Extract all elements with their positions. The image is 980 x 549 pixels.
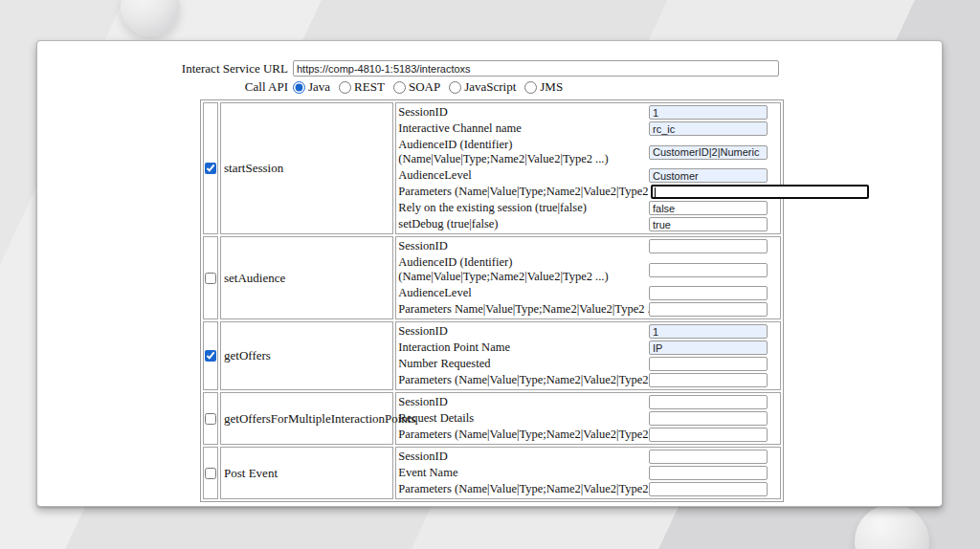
method-params-cell: SessionIDRequest DetailsParameters (Name… xyxy=(395,392,781,445)
call-api-radio-label: REST xyxy=(354,79,385,95)
param-row: Parameters Name|Value|Type;Name2|Value2|… xyxy=(398,301,780,318)
param-label: Parameters Name|Value|Type;Name2|Value2|… xyxy=(398,302,649,317)
call-api-option-rest[interactable]: REST xyxy=(339,79,385,95)
method-checkbox[interactable] xyxy=(205,273,216,284)
call-api-radio-java[interactable] xyxy=(293,81,305,94)
call-api-radio-label: JavaScript xyxy=(464,79,516,95)
call-api-option-javascript[interactable]: JavaScript xyxy=(449,79,516,95)
param-label: Event Name xyxy=(398,466,649,480)
param-input[interactable] xyxy=(649,324,768,339)
param-label: Rely on the existing session (true|false… xyxy=(398,201,649,215)
param-label: setDebug (true|false) xyxy=(398,217,649,231)
method-params-cell: SessionIDInteraction Point NameNumber Re… xyxy=(395,321,781,390)
param-row: Parameters (Name|Value|Type;Name2|Value2… xyxy=(398,184,780,200)
param-input[interactable] xyxy=(649,145,768,160)
method-name: getOffers xyxy=(220,321,393,390)
param-label: SessionID xyxy=(398,395,649,409)
param-input[interactable] xyxy=(649,450,768,464)
methods-table: startSessionSessionIDInteractive Channel… xyxy=(200,99,784,502)
param-label: Request Details xyxy=(398,411,649,426)
method-checkbox[interactable] xyxy=(205,350,216,362)
param-label: AudienceID (Identifier) (Name|Value|Type… xyxy=(398,255,649,284)
param-input[interactable] xyxy=(649,239,768,253)
param-row: AudienceLevel xyxy=(398,167,780,184)
param-input[interactable] xyxy=(649,302,768,317)
param-input[interactable] xyxy=(649,286,768,300)
param-input[interactable] xyxy=(649,482,768,496)
param-label: Interactive Channel name xyxy=(398,121,649,136)
call-api-radio-label: JMS xyxy=(540,79,563,95)
param-input[interactable] xyxy=(649,411,768,426)
param-input[interactable] xyxy=(649,340,768,355)
param-label: SessionID xyxy=(398,450,649,464)
param-row: Parameters (Name|Value|Type;Name2|Value2… xyxy=(398,427,780,443)
param-input[interactable] xyxy=(649,357,768,371)
param-row: AudienceLevel xyxy=(398,285,780,301)
param-input[interactable] xyxy=(649,466,768,480)
method-params-cell: SessionIDInteractive Channel nameAudienc… xyxy=(395,102,781,234)
call-api-option-jms[interactable]: JMS xyxy=(524,79,563,95)
call-api-option-java[interactable]: Java xyxy=(293,79,330,95)
param-input[interactable] xyxy=(651,185,869,199)
call-api-radio-label: SOAP xyxy=(409,79,440,95)
param-row: AudienceID (Identifier) (Name|Value|Type… xyxy=(398,254,780,285)
param-input[interactable] xyxy=(649,263,768,277)
method-name: getOffersForMultipleInteractionPoints xyxy=(220,392,393,445)
param-row: AudienceID (Identifier) (Name|Value|Type… xyxy=(398,137,780,167)
param-input[interactable] xyxy=(649,428,768,442)
param-input[interactable] xyxy=(649,105,768,120)
service-url-label: Interact Service URL xyxy=(37,61,293,77)
call-api-row: Call API JavaRESTSOAPJavaScriptJMS xyxy=(37,79,942,95)
method-name: setAudience xyxy=(220,236,393,319)
param-row: setDebug (true|false) xyxy=(398,216,780,232)
param-label: SessionID xyxy=(398,105,649,120)
param-row: SessionID xyxy=(398,394,780,410)
param-row: SessionID xyxy=(398,449,780,465)
param-label: AudienceLevel xyxy=(398,286,649,300)
param-label: Number Requested xyxy=(398,357,649,371)
param-input[interactable] xyxy=(649,373,768,387)
param-row: SessionID xyxy=(398,323,780,340)
call-api-radio-soap[interactable] xyxy=(393,81,406,94)
method-checkbox[interactable] xyxy=(205,163,216,174)
param-input[interactable] xyxy=(649,201,768,215)
interact-test-client-page: Interact Service URL Call API JavaRESTSO… xyxy=(36,40,943,507)
param-row: Interactive Channel name xyxy=(398,121,780,137)
method-checkbox-cell xyxy=(203,447,218,499)
method-checkbox-cell xyxy=(203,236,218,319)
method-row: setAudienceSessionIDAudienceID (Identifi… xyxy=(203,236,781,319)
param-label: SessionID xyxy=(398,239,649,253)
call-api-radio-javascript[interactable] xyxy=(449,81,461,94)
param-input[interactable] xyxy=(649,168,768,183)
param-label: AudienceLevel xyxy=(398,168,649,183)
method-checkbox[interactable] xyxy=(205,413,216,425)
call-api-option-soap[interactable]: SOAP xyxy=(393,79,440,95)
method-row: Post EventSessionIDEvent NameParameters … xyxy=(203,447,781,499)
method-checkbox-cell xyxy=(203,321,218,390)
desktop-background: Interact Service URL Call API JavaRESTSO… xyxy=(0,0,980,549)
param-input[interactable] xyxy=(649,217,768,231)
param-label: Parameters (Name|Value|Type;Name2|Value2… xyxy=(398,185,651,199)
service-url-row: Interact Service URL xyxy=(37,60,942,77)
param-row: Event Name xyxy=(398,465,780,481)
method-checkbox[interactable] xyxy=(205,468,216,479)
call-api-radio-jms[interactable] xyxy=(524,81,537,94)
method-name: startSession xyxy=(220,102,393,234)
call-api-radio-label: Java xyxy=(308,79,330,95)
param-row: Rely on the existing session (true|false… xyxy=(398,200,780,216)
param-row: Interaction Point Name xyxy=(398,340,780,356)
method-checkbox-cell xyxy=(203,392,218,445)
param-row: Number Requested xyxy=(398,356,780,372)
method-row: startSessionSessionIDInteractive Channel… xyxy=(203,102,781,234)
param-input[interactable] xyxy=(649,121,768,136)
method-row: getOffersSessionIDInteraction Point Name… xyxy=(203,321,781,390)
method-checkbox-cell xyxy=(203,102,218,234)
call-api-radio-rest[interactable] xyxy=(339,81,351,94)
param-label: Parameters (Name|Value|Type;Name2|Value2… xyxy=(398,482,649,496)
param-input[interactable] xyxy=(649,395,768,409)
service-url-input[interactable] xyxy=(293,60,779,77)
method-row: getOffersForMultipleInteractionPointsSes… xyxy=(203,392,781,445)
param-label: AudienceID (Identifier) (Name|Value|Type… xyxy=(398,138,649,166)
param-row: Parameters (Name|Value|Type;Name2|Value2… xyxy=(398,372,780,388)
param-row: Request Details xyxy=(398,410,780,427)
